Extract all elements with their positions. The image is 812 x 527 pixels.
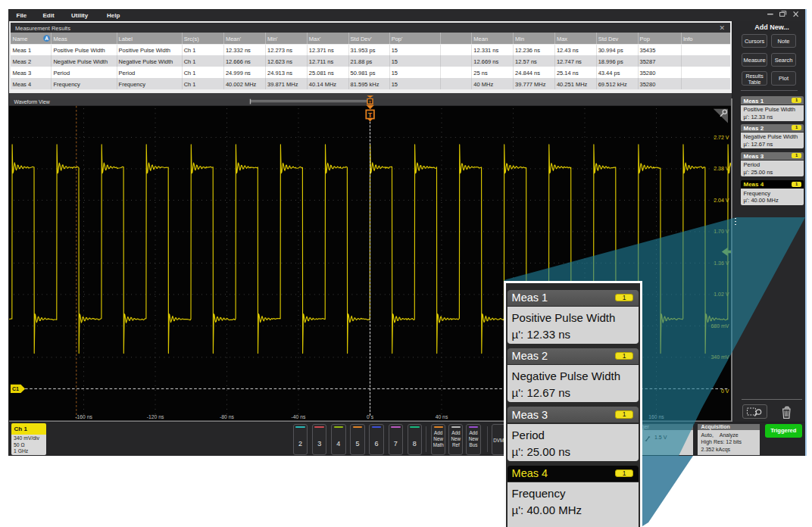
- svg-text:0 s: 0 s: [367, 414, 374, 419]
- svg-text:2.72 V: 2.72 V: [714, 135, 729, 140]
- svg-text:Waveform View: Waveform View: [14, 99, 50, 104]
- svg-text:1.02 V: 1.02 V: [714, 292, 729, 297]
- svg-text:T: T: [368, 111, 373, 119]
- svg-text:680 mV: 680 mV: [710, 323, 729, 329]
- svg-text:-120 ns: -120 ns: [147, 414, 164, 419]
- svg-text:2.04 V: 2.04 V: [714, 198, 729, 203]
- svg-text:340 mV: 340 mV: [710, 354, 729, 360]
- svg-text:2.38 V: 2.38 V: [714, 166, 729, 171]
- svg-text:A: A: [45, 36, 48, 42]
- svg-text:0 V: 0 V: [721, 388, 729, 394]
- svg-text:C1: C1: [12, 386, 19, 391]
- svg-text:160 ns: 160 ns: [648, 414, 664, 419]
- svg-text:1.36 V: 1.36 V: [714, 260, 729, 266]
- svg-text:-40 ns: -40 ns: [292, 414, 306, 419]
- svg-text:40 ns: 40 ns: [436, 414, 448, 419]
- svg-text:1.70 V: 1.70 V: [714, 229, 729, 234]
- svg-text:-160 ns: -160 ns: [75, 414, 92, 419]
- svg-text:-80 ns: -80 ns: [220, 414, 234, 419]
